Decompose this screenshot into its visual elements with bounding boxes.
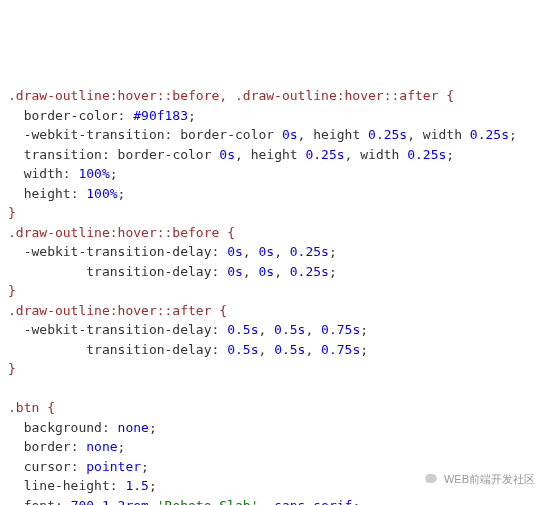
selector: .draw-outline:hover::before (8, 225, 219, 240)
wechat-icon (424, 472, 438, 486)
css-value: none (118, 420, 149, 435)
css-value: none (86, 439, 117, 454)
css-prop: width (24, 166, 63, 181)
css-prop: transition-delay (86, 264, 211, 279)
css-prop: -webkit-transition-delay (24, 322, 212, 337)
watermark-text: WEB前端开发社区 (444, 471, 535, 488)
css-prop: background (24, 420, 102, 435)
css-value: 100% (78, 166, 109, 181)
css-prop: height (24, 186, 71, 201)
css-prop: transition (24, 147, 102, 162)
css-value: 1.5 (125, 478, 148, 493)
css-value: 100% (86, 186, 117, 201)
css-value: pointer (86, 459, 141, 474)
selector: .btn (8, 400, 39, 415)
css-prop: transition-delay (86, 342, 211, 357)
selector: .draw-outline:hover::after (8, 303, 212, 318)
code-block: .draw-outline:hover::before, .draw-outli… (8, 86, 539, 505)
brace-close: } (8, 205, 16, 220)
css-prop: border-color (24, 108, 118, 123)
selector: .draw-outline:hover::before, .draw-outli… (8, 88, 438, 103)
css-prop: font (24, 498, 55, 506)
css-prop: -webkit-transition-delay (24, 244, 212, 259)
css-prop: cursor (24, 459, 71, 474)
css-prop: border (24, 439, 71, 454)
css-prop: -webkit-transition (24, 127, 165, 142)
css-prop: line-height (24, 478, 110, 493)
brace-open: { (446, 88, 454, 103)
watermark: WEB前端开发社区 (424, 471, 535, 488)
css-value: #90f183 (133, 108, 188, 123)
